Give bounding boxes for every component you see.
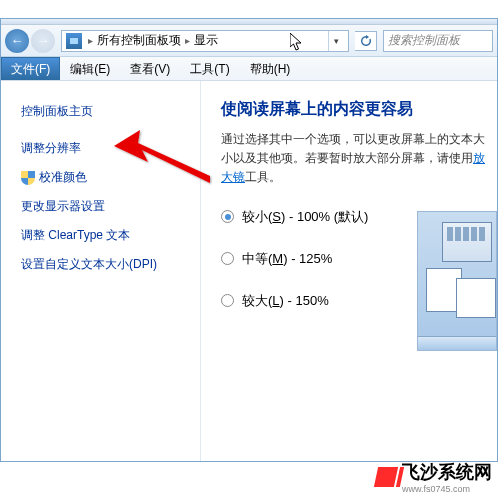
menu-edit[interactable]: 编辑(E) xyxy=(60,57,120,80)
option-small-label: 较小(S) - 100% (默认) xyxy=(242,208,368,226)
sidebar-home[interactable]: 控制面板主页 xyxy=(13,97,188,126)
watermark: 飞沙系统网 www.fs0745.com xyxy=(376,460,492,494)
sidebar-dpi[interactable]: 设置自定义文本大小(DPI) xyxy=(13,250,188,279)
content-pane: 使阅读屏幕上的内容更容易 通过选择其中一个选项，可以更改屏幕上的文本大小以及其他… xyxy=(201,81,497,461)
sidebar: 控制面板主页 调整分辨率 校准颜色 更改显示器设置 调整 ClearType 文… xyxy=(1,81,201,461)
refresh-button[interactable] xyxy=(355,31,377,51)
watermark-logo-icon xyxy=(374,467,398,487)
sidebar-resolution[interactable]: 调整分辨率 xyxy=(13,134,188,163)
desc-text: 通过选择其中一个选项，可以更改屏幕上的文本大小以及其他项。若要暂时放大部分屏幕，… xyxy=(221,132,485,165)
option-large-label: 较大(L) - 150% xyxy=(242,292,329,310)
menu-view[interactable]: 查看(V) xyxy=(120,57,180,80)
address-bar[interactable]: ▸ 所有控制面板项 ▸ 显示 ▾ xyxy=(61,30,349,52)
menu-file[interactable]: 文件(F) xyxy=(1,57,60,80)
preview-taskbar-icon xyxy=(418,336,496,350)
search-input[interactable]: 搜索控制面板 xyxy=(383,30,493,52)
nav-forward-button[interactable]: → xyxy=(31,29,55,53)
preview-thumbnail xyxy=(417,211,497,351)
breadcrumb-item[interactable]: 所有控制面板项 xyxy=(95,32,183,49)
forward-arrow-icon: → xyxy=(37,33,50,48)
page-description: 通过选择其中一个选项，可以更改屏幕上的文本大小以及其他项。若要暂时放大部分屏幕，… xyxy=(221,130,487,188)
refresh-icon xyxy=(360,35,372,47)
option-medium-label: 中等(M) - 125% xyxy=(242,250,332,268)
sidebar-calibrate-label: 校准颜色 xyxy=(39,170,87,184)
control-panel-icon xyxy=(66,33,82,49)
chevron-right-icon: ▸ xyxy=(86,35,95,46)
watermark-title: 飞沙系统网 xyxy=(402,462,492,482)
chevron-right-icon: ▸ xyxy=(183,35,192,46)
page-heading: 使阅读屏幕上的内容更容易 xyxy=(221,99,487,120)
control-panel-window: ← → ▸ 所有控制面板项 ▸ 显示 ▾ 搜索控制面板 文件(F) 编辑(E) … xyxy=(0,18,498,462)
radio-small[interactable] xyxy=(221,210,234,223)
nav-toolbar: ← → ▸ 所有控制面板项 ▸ 显示 ▾ 搜索控制面板 xyxy=(1,25,497,57)
watermark-url: www.fs0745.com xyxy=(402,484,492,494)
preview-window-icon xyxy=(442,222,492,262)
sidebar-cleartype[interactable]: 调整 ClearType 文本 xyxy=(13,221,188,250)
address-dropdown-icon[interactable]: ▾ xyxy=(328,31,344,51)
menu-tools[interactable]: 工具(T) xyxy=(180,57,239,80)
menu-bar: 文件(F) 编辑(E) 查看(V) 工具(T) 帮助(H) xyxy=(1,57,497,81)
shield-icon xyxy=(21,171,35,185)
preview-window-icon xyxy=(456,278,496,318)
window-body: 控制面板主页 调整分辨率 校准颜色 更改显示器设置 调整 ClearType 文… xyxy=(1,81,497,461)
menu-help[interactable]: 帮助(H) xyxy=(240,57,301,80)
radio-large[interactable] xyxy=(221,294,234,307)
back-arrow-icon: ← xyxy=(11,33,24,48)
sidebar-display-settings[interactable]: 更改显示器设置 xyxy=(13,192,188,221)
breadcrumb-item[interactable]: 显示 xyxy=(192,32,220,49)
radio-medium[interactable] xyxy=(221,252,234,265)
sidebar-calibrate[interactable]: 校准颜色 xyxy=(13,163,188,192)
desc-text: 工具。 xyxy=(245,170,281,184)
nav-back-button[interactable]: ← xyxy=(5,29,29,53)
